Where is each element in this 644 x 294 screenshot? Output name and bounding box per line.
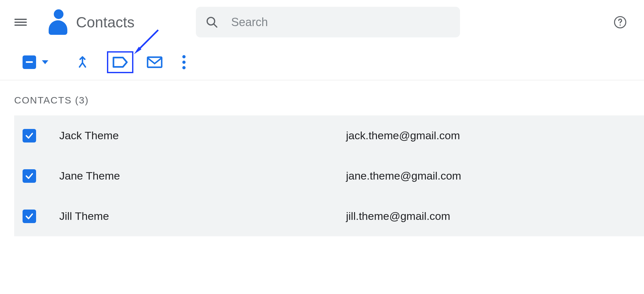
checkmark-icon	[25, 172, 34, 181]
dropdown-caret-icon	[42, 60, 48, 64]
hamburger-icon	[14, 17, 27, 27]
row-checkbox[interactable]	[23, 210, 36, 223]
more-actions-button[interactable]	[182, 55, 186, 69]
selection-action-bar	[0, 44, 644, 80]
label-icon	[112, 55, 128, 69]
selection-indeterminate-icon	[23, 55, 36, 69]
dot-icon	[182, 55, 186, 58]
search-icon	[206, 16, 218, 29]
checkmark-icon	[25, 212, 34, 221]
manage-labels-button[interactable]	[107, 51, 133, 73]
email-icon	[147, 55, 163, 69]
app-title: Contacts	[76, 14, 135, 31]
dot-icon	[182, 66, 186, 69]
help-icon	[613, 15, 627, 29]
contact-row[interactable]: Jill Theme jill.theme@gmail.com	[14, 196, 644, 236]
contacts-list: Jack Theme jack.theme@gmail.com Jane The…	[14, 115, 644, 236]
app-logo-wrap: Contacts	[46, 9, 135, 35]
svg-marker-5	[134, 47, 141, 54]
merge-icon	[75, 55, 90, 69]
contact-name: Jill Theme	[59, 210, 304, 222]
main-menu-button[interactable]	[13, 15, 28, 30]
selection-dropdown[interactable]	[23, 55, 48, 69]
contact-name: Jane Theme	[59, 170, 304, 182]
contacts-section-header: CONTACTS (3)	[14, 95, 644, 106]
contact-email: jane.theme@gmail.com	[346, 170, 461, 182]
search-bar[interactable]	[196, 7, 460, 37]
contact-email: jill.theme@gmail.com	[346, 210, 450, 222]
help-button[interactable]	[612, 15, 628, 30]
contacts-logo-icon	[46, 9, 67, 35]
row-checkbox[interactable]	[23, 169, 36, 183]
contact-row[interactable]: Jane Theme jane.theme@gmail.com	[14, 156, 644, 196]
contact-name: Jack Theme	[59, 129, 304, 142]
app-header: Contacts	[0, 0, 644, 44]
merge-contacts-button[interactable]	[74, 54, 91, 71]
search-input[interactable]	[231, 15, 450, 29]
dot-icon	[182, 61, 186, 64]
send-email-button[interactable]	[146, 54, 163, 71]
svg-line-1	[214, 24, 217, 27]
checkmark-icon	[25, 131, 34, 140]
content-area: CONTACTS (3) Jack Theme jack.theme@gmail…	[0, 80, 644, 236]
contact-row[interactable]: Jack Theme jack.theme@gmail.com	[14, 115, 644, 156]
contact-email: jack.theme@gmail.com	[346, 129, 460, 142]
row-checkbox[interactable]	[23, 129, 36, 142]
svg-point-3	[620, 24, 621, 25]
